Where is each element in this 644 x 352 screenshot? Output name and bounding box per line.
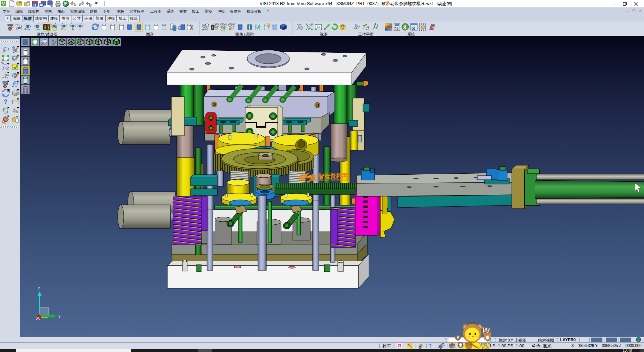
svg-text:INTELLIGENT MANUFACTURING DATA: INTELLIGENT MANUFACTURING DATA [318,179,350,181]
svg-text:V: V [2,1,5,6]
svg-text:?: ? [4,98,7,105]
svg-text:Z: Z [38,286,40,291]
svg-text:Y: Y [58,314,61,319]
svg-text:智造资料网: 智造资料网 [318,173,348,179]
svg-text:10: 10 [419,347,422,349]
svg-text:1:1: 1:1 [317,26,320,28]
